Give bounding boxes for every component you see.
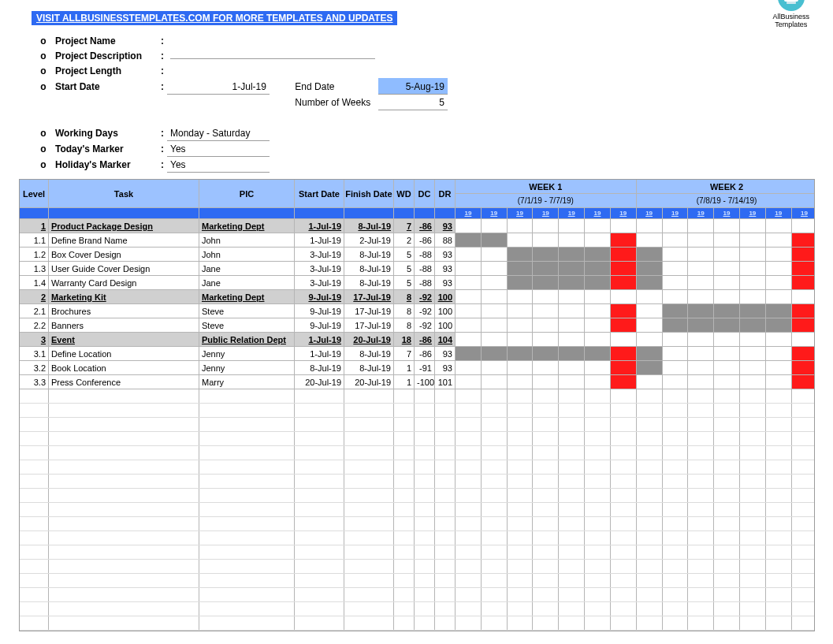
task-row[interactable]: 2Marketing KitMarketing Dept9-Jul-1917-J… (20, 290, 815, 304)
gantt-cell (559, 219, 585, 233)
cell-wd: 7 (394, 347, 415, 361)
gantt-cell (481, 375, 507, 389)
task-row[interactable]: 2.1BrochuresSteve9-Jul-1917-Jul-198-9210… (20, 304, 815, 318)
task-row[interactable]: 1Product Package DesignMarketing Dept1-J… (20, 219, 815, 233)
empty-row (20, 404, 815, 418)
gantt-cell (662, 375, 688, 389)
project-desc-input[interactable] (167, 48, 378, 63)
cell-wd: 1 (394, 361, 415, 375)
task-row[interactable]: 3.2Book LocationJenny8-Jul-198-Jul-191-9… (20, 361, 815, 375)
bullet-icon: o (35, 33, 52, 48)
cell-task: User Guide Cover Design (49, 262, 199, 276)
cell-dc: -92 (415, 290, 435, 304)
gantt-cell (791, 233, 815, 248)
day-header: 19 (585, 208, 611, 219)
today-marker-input[interactable]: Yes (167, 141, 270, 157)
gantt-cell (585, 304, 611, 318)
task-row[interactable]: 1.2Box Cover DesignJohn3-Jul-198-Jul-195… (20, 248, 815, 262)
task-row[interactable]: 1.3User Guide Cover DesignJane3-Jul-198-… (20, 262, 815, 276)
gantt-cell (456, 290, 482, 304)
top-banner-link[interactable]: VISIT ALLBUSINESSTEMPLATES.COM FOR MORE … (32, 11, 397, 25)
gantt-cell (585, 361, 611, 375)
task-row[interactable]: 3EventPublic Relation Dept1-Jul-1920-Jul… (20, 333, 815, 347)
day-header: 19 (456, 208, 482, 219)
gantt-cell (559, 290, 585, 304)
cell-start-date: 1-Jul-19 (295, 233, 344, 248)
gantt-cell (714, 361, 740, 375)
cell-dr: 93 (435, 347, 456, 361)
gantt-cell (456, 276, 482, 290)
cell-level: 1.1 (20, 233, 49, 248)
header-week-1: WEEK 1 (456, 180, 637, 194)
task-row[interactable]: 3.3Press ConferenceMarry20-Jul-1920-Jul-… (20, 375, 815, 389)
gantt-cell (791, 262, 815, 276)
gantt-cell (456, 333, 482, 347)
gantt-cell (765, 219, 791, 233)
empty-row (20, 560, 815, 574)
gantt-cell (636, 233, 662, 248)
project-name-input[interactable] (167, 33, 270, 48)
gantt-cell (585, 262, 611, 276)
cell-dc: -88 (415, 262, 435, 276)
num-weeks-value: 5 (378, 95, 448, 110)
gantt-cell (481, 318, 507, 333)
gantt-cell (507, 262, 533, 276)
cell-wd: 5 (394, 262, 415, 276)
gantt-cell (610, 276, 636, 290)
gantt-cell (456, 375, 482, 389)
gantt-cell (791, 248, 815, 262)
header-week-range-2: (7/8/19 - 7/14/19) (636, 194, 815, 208)
day-header: 19 (739, 208, 765, 219)
cell-dc: -92 (415, 318, 435, 333)
gantt-cell (559, 347, 585, 361)
cell-dc: -86 (415, 233, 435, 248)
gantt-cell (507, 375, 533, 389)
cell-dr: 93 (435, 276, 456, 290)
gantt-cell (791, 276, 815, 290)
gantt-cell (585, 375, 611, 389)
cell-dc: -86 (415, 347, 435, 361)
cell-dr: 93 (435, 361, 456, 375)
gantt-cell (636, 276, 662, 290)
gantt-cell (456, 361, 482, 375)
day-header: 19 (765, 208, 791, 219)
gantt-cell (533, 219, 559, 233)
cell-dr: 100 (435, 290, 456, 304)
task-row[interactable]: 1.4Warranty Card DesignJane3-Jul-198-Jul… (20, 276, 815, 290)
gantt-cell (456, 318, 482, 333)
gantt-cell (585, 347, 611, 361)
gantt-cell (662, 276, 688, 290)
gantt-cell (714, 290, 740, 304)
bullet-icon: o (35, 141, 52, 157)
project-length-input[interactable] (167, 63, 270, 78)
gantt-cell (456, 304, 482, 318)
cell-task: Banners (49, 318, 199, 333)
gantt-cell (688, 361, 714, 375)
day-header: 19 (662, 208, 688, 219)
cell-pic: Jenny (199, 361, 295, 375)
cell-wd: 8 (394, 290, 415, 304)
cell-pic: Jenny (199, 347, 295, 361)
task-row[interactable]: 3.1Define LocationJenny1-Jul-198-Jul-197… (20, 347, 815, 361)
working-days-input[interactable]: Monday - Saturday (167, 125, 270, 141)
holiday-marker-input[interactable]: Yes (167, 157, 270, 173)
gantt-area[interactable]: LevelTaskPICStart DateFinish DateWDDCDRW… (19, 179, 815, 631)
working-days-label: Working Days (52, 125, 153, 141)
header-dr: DR (435, 180, 456, 208)
task-row[interactable]: 1.1Define Brand NameJohn1-Jul-192-Jul-19… (20, 233, 815, 248)
gantt-cell (688, 233, 714, 248)
gantt-cell (714, 276, 740, 290)
gantt-cell (739, 248, 765, 262)
gantt-cell (765, 318, 791, 333)
gantt-cell (610, 333, 636, 347)
day-header: 19 (714, 208, 740, 219)
cell-pic: Jane (199, 262, 295, 276)
task-row[interactable]: 2.2BannersSteve9-Jul-1917-Jul-198-92100 (20, 318, 815, 333)
gantt-cell (636, 347, 662, 361)
cell-task: Marketing Kit (49, 290, 199, 304)
gantt-cell (791, 375, 815, 389)
gantt-cell (533, 375, 559, 389)
start-date-input[interactable]: 1-Jul-19 (167, 78, 270, 95)
gantt-cell (714, 219, 740, 233)
gantt-cell (610, 318, 636, 333)
